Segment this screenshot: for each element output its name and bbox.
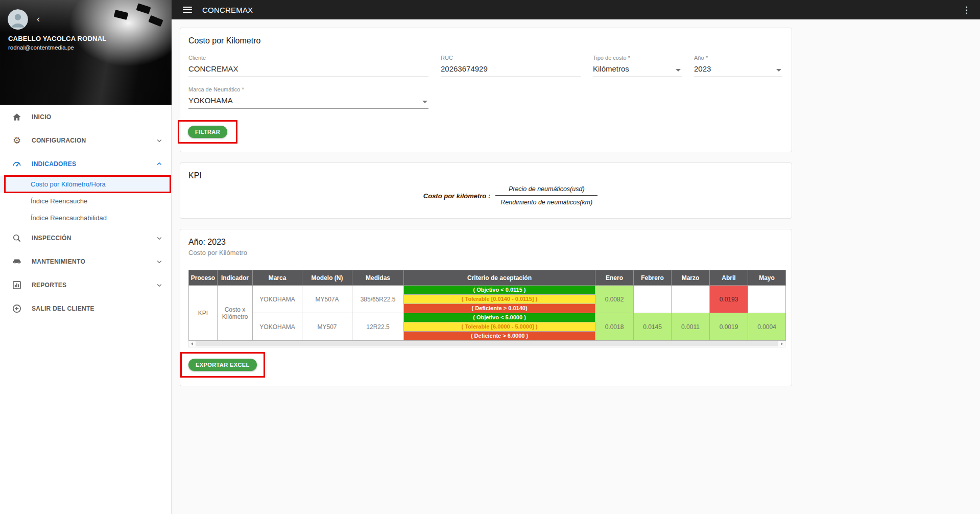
cell-febrero: 0.0145 — [634, 313, 672, 341]
sidebar-item-inicio[interactable]: INICIO — [0, 105, 171, 129]
cell-mayo — [748, 286, 786, 313]
cell-modelo: MY507 — [302, 313, 352, 341]
col-header: Indicador — [218, 270, 253, 286]
field-value: YOKOHAMA — [188, 96, 428, 105]
cell-criterio-deficiente: ( Deficiente > 6.0000 ) — [404, 332, 595, 341]
photo-highlight — [69, 0, 172, 66]
col-header: Modelo (N) — [302, 270, 352, 286]
formula-label: Costo por kilómetro : — [423, 192, 490, 200]
card-title: Costo por Kilometro — [188, 36, 783, 45]
sidebar-subitem-indice-reencauchabilidad[interactable]: Índice Reencauchabilidad — [0, 209, 171, 226]
field-label: Marca de Neumático * — [188, 86, 428, 92]
filtrar-button[interactable]: FILTRAR — [188, 126, 227, 138]
gear-icon: ⚙ — [11, 134, 23, 147]
exportar-excel-button[interactable]: EXPORTAR EXCEL — [188, 359, 257, 371]
menu-icon[interactable] — [183, 7, 192, 13]
field-value: CONCREMAX — [188, 64, 428, 74]
cell-proceso: KPI — [189, 286, 218, 341]
col-header: Criterio de aceptación — [404, 270, 595, 286]
cell-criterio-objetivo: ( Objetivo < 0.0115 ) — [404, 286, 595, 295]
table-header-row: Proceso Indicador Marca Modelo (N) Medid… — [189, 270, 786, 286]
chevron-down-icon — [155, 233, 164, 243]
sidebar-item-salir-del-cliente[interactable]: SALIR DEL CLIENTE — [0, 297, 171, 320]
magnifier-icon — [11, 232, 23, 244]
field-label: Tipo de costo * — [593, 55, 682, 61]
sidebar-item-label: REPORTES — [32, 282, 155, 289]
dropdown-caret-icon — [422, 101, 427, 103]
kpi-table-wrap: Proceso Indicador Marca Modelo (N) Medid… — [188, 270, 785, 347]
ruc-field[interactable]: RUC 20263674929 — [441, 55, 581, 77]
filter-card: Costo por Kilometro Cliente CONCREMAX RU… — [180, 28, 792, 152]
sidebar-header-photo: ‹ CABELLO YACOLCA RODNAL rodnal@contentm… — [0, 0, 172, 105]
cliente-field[interactable]: Cliente CONCREMAX — [188, 55, 428, 77]
col-header: Marca — [253, 270, 302, 286]
col-header: Abril — [710, 270, 748, 286]
cell-marca: YOKOHAMA — [253, 286, 302, 313]
field-value: Kilómetros — [593, 64, 682, 74]
marca-neumatico-select[interactable]: Marca de Neumático * YOKOHAMA — [188, 86, 428, 109]
scrollbar-thumb[interactable] — [196, 341, 778, 346]
sidebar-subitem-costo-por-kilometro-hora[interactable]: Costo por Kilómetro/Hora — [0, 176, 171, 193]
annotation-box-filtrar: FILTRAR — [178, 120, 237, 144]
sidebar-item-label: INDICADORES — [32, 160, 155, 168]
collapse-chevron-icon[interactable]: ‹ — [37, 14, 40, 24]
field-label: Cliente — [188, 55, 428, 61]
gauge-icon — [11, 158, 23, 170]
card-title: KPI — [188, 171, 783, 180]
field-label: RUC — [441, 55, 581, 61]
app-title: CONCREMAX — [202, 6, 960, 14]
main-content: Costo por Kilometro Cliente CONCREMAX RU… — [172, 19, 980, 514]
scroll-left-arrow-icon[interactable] — [191, 342, 193, 345]
kpi-formula: Costo por kilómetro : Precio de neumátic… — [213, 185, 808, 206]
sidebar-item-reportes[interactable]: REPORTES — [0, 273, 171, 297]
chevron-down-icon — [155, 257, 164, 266]
table-row: KPI Costo x Kilómetro YOKOHAMA MY507A 38… — [189, 286, 786, 295]
cell-marzo: 0.0011 — [672, 313, 710, 341]
cell-marca: YOKOHAMA — [253, 313, 302, 341]
cell-marzo — [672, 286, 710, 313]
sidebar-item-label: INICIO — [32, 113, 164, 121]
chevron-up-icon — [155, 159, 164, 169]
sidebar-item-configuracion[interactable]: ⚙ CONFIGURACION — [0, 129, 171, 152]
sidebar-item-inspeccion[interactable]: INSPECCIÓN — [0, 226, 171, 250]
col-header: Febrero — [634, 270, 672, 286]
sidebar-item-label: INSPECCIÓN — [32, 235, 155, 242]
sidebar-item-label: SALIR DEL CLIENTE — [32, 305, 164, 312]
sub-item-label: Índice Reencauche — [31, 197, 87, 205]
anio-select[interactable]: Año * 2023 — [694, 55, 782, 77]
chevron-down-icon — [155, 281, 164, 290]
field-label: Año * — [694, 55, 782, 61]
scroll-right-arrow-icon[interactable] — [781, 342, 783, 345]
cell-febrero — [634, 286, 672, 313]
user-name: CABELLO YACOLCA RODNAL — [8, 35, 106, 42]
cell-medidas: 385/65R22.5 — [352, 286, 404, 313]
card-subtitle: Costo por Kilómetro — [188, 249, 783, 256]
avatar — [8, 9, 28, 30]
formula-denominator: Rendimiento de neumáticos(km) — [495, 196, 597, 206]
sidebar-item-label: CONFIGURACION — [32, 137, 155, 144]
col-header: Proceso — [189, 270, 218, 286]
kpi-table: Proceso Indicador Marca Modelo (N) Medid… — [188, 270, 786, 341]
home-icon — [11, 111, 23, 123]
bar-chart-icon — [11, 279, 23, 291]
col-header: Enero — [595, 270, 634, 286]
col-header: Mayo — [748, 270, 786, 286]
formula-fraction: Precio de neumáticos(usd) Rendimiento de… — [495, 185, 597, 206]
topbar: CONCREMAX ⋮ — [172, 0, 980, 19]
field-value: 2023 — [694, 64, 782, 74]
tipo-de-costo-select[interactable]: Tipo de costo * Kilómetros — [593, 55, 682, 77]
cell-modelo: MY507A — [302, 286, 352, 313]
sidebar-item-mantenimiento[interactable]: MANTENIMIENTO — [0, 250, 171, 273]
cell-abril: 0.0019 — [710, 313, 748, 341]
cell-criterio-tolerable: ( Tolerable [0.0140 - 0.0115] ) — [404, 295, 595, 304]
horizontal-scrollbar[interactable] — [188, 341, 785, 347]
sidebar-item-indicadores[interactable]: INDICADORES — [0, 152, 171, 176]
sidebar-subitem-indice-reencauche[interactable]: Índice Reencauche — [0, 193, 171, 209]
more-options-icon[interactable]: ⋮ — [960, 5, 973, 15]
sub-item-label: Costo por Kilómetro/Hora — [31, 180, 106, 188]
car-icon — [11, 255, 23, 268]
cell-criterio-deficiente: ( Deficiente > 0.0140) — [404, 304, 595, 313]
cell-criterio-tolerable: ( Tolerable [6.0000 - 5.0000] ) — [404, 322, 595, 332]
results-card: Año: 2023 Costo por Kilómetro Proceso In… — [180, 229, 792, 386]
dropdown-caret-icon — [776, 69, 781, 72]
